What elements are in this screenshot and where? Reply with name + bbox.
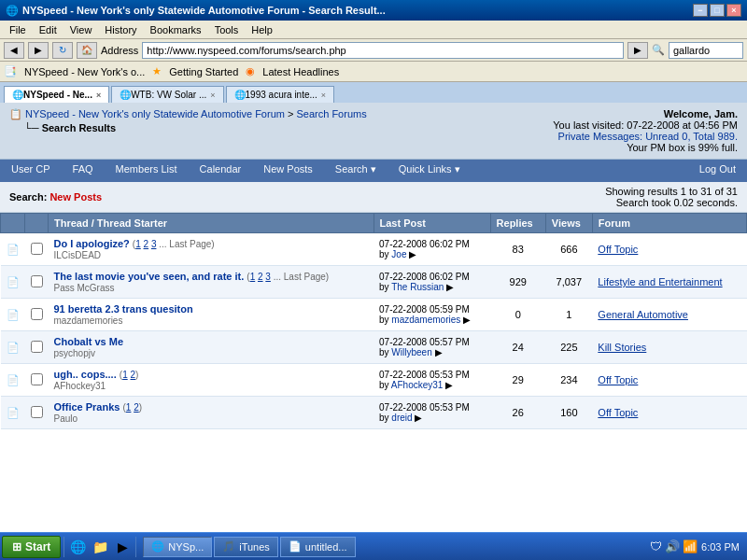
reload-button[interactable]: ↻ <box>52 42 73 59</box>
go-button[interactable]: ▶ <box>627 42 648 59</box>
menu-bookmarks[interactable]: Bookmarks <box>145 22 207 37</box>
nav-members-list[interactable]: Members List <box>105 160 189 182</box>
taskbar-app-untitled[interactable]: 📄 untitled... <box>280 537 356 557</box>
window-controls: − □ × <box>693 4 741 17</box>
nav-faq[interactable]: FAQ <box>62 160 105 182</box>
tab-2[interactable]: 🌐 1993 acura inte... × <box>226 86 335 103</box>
forum-link[interactable]: Off Topic <box>598 374 638 385</box>
taskbar-app-itunes-label: iTunes <box>239 541 270 553</box>
start-label: Start <box>25 540 50 553</box>
row-checkbox-cell <box>25 266 49 299</box>
tab-1[interactable]: 🌐 WTB: VW Solar ... × <box>111 86 223 103</box>
menu-edit[interactable]: Edit <box>34 22 63 37</box>
window-title: NYSpeed - New York's only Statewide Auto… <box>22 5 386 16</box>
last-post-author-link[interactable]: The Russian <box>391 282 444 292</box>
menu-file[interactable]: File <box>4 22 32 37</box>
nav-quick-links[interactable]: Quick Links ▾ <box>388 160 472 182</box>
menu-view[interactable]: View <box>64 22 98 37</box>
taskbar-divider-1 <box>63 537 64 557</box>
row-thread-cell: ugh.. cops.... (1 2) AFhockey31 <box>49 364 374 397</box>
col-last-post: Last Post <box>374 214 490 233</box>
thread-starter: AFhockey31 <box>54 381 106 391</box>
home-button[interactable]: 🏠 <box>77 42 97 59</box>
thread-link[interactable]: 91 beretta 2.3 trans quesiton <box>54 303 193 315</box>
thread-link[interactable]: Chobalt vs Me <box>54 336 124 347</box>
last-post-arrow: ▶ <box>435 347 443 357</box>
nav-calendar[interactable]: Calendar <box>189 160 253 182</box>
row-icon: 📄 <box>1 331 25 364</box>
col-thread: Thread / Thread Starter <box>49 214 374 233</box>
thread-link[interactable]: Do I apologize? <box>54 238 130 249</box>
tab-0-close[interactable]: × <box>96 91 101 100</box>
row-icon: 📄 <box>1 397 25 429</box>
row-forum: Lifestyle and Entertainment <box>592 266 746 299</box>
taskbar-app-nyspeed[interactable]: 🌐 NYSp... <box>143 537 212 557</box>
table-row: 📄 Office Pranks (1 2) Paulo 07-22-2008 0… <box>1 397 747 429</box>
search-input[interactable] <box>669 42 743 59</box>
tab-1-close[interactable]: × <box>210 91 215 100</box>
row-checkbox[interactable] <box>31 341 43 353</box>
bookmark-nyspeed[interactable]: NYSpeed - New York's o... <box>24 66 145 77</box>
row-checkbox[interactable] <box>31 308 43 320</box>
last-post-author-link[interactable]: AFhockey31 <box>391 380 444 390</box>
nav-search[interactable]: Search ▾ <box>324 160 388 182</box>
thread-link[interactable]: The last movie you've seen, and rate it. <box>54 271 245 282</box>
row-checkbox[interactable] <box>31 275 43 287</box>
forward-button[interactable]: ▶ <box>28 42 49 59</box>
nav-log-out[interactable]: Log Out <box>688 160 747 182</box>
taskbar-app-itunes[interactable]: 🎵 iTunes <box>214 537 278 557</box>
row-checkbox[interactable] <box>31 373 43 385</box>
last-post-author-link[interactable]: Willybeen <box>391 347 431 357</box>
forum-link[interactable]: Kill Stories <box>598 342 646 353</box>
breadcrumb-page-link[interactable]: Search Forums <box>296 108 366 119</box>
row-replies: 0 <box>490 299 545 331</box>
row-checkbox[interactable] <box>31 406 43 418</box>
back-button[interactable]: ◀ <box>4 42 24 59</box>
menu-history[interactable]: History <box>99 22 142 37</box>
thread-link[interactable]: Office Pranks <box>54 401 120 413</box>
menu-help[interactable]: Help <box>246 22 278 37</box>
ql-ie-icon[interactable]: 🌐 <box>67 537 88 557</box>
ql-media-icon[interactable]: ▶ <box>112 537 133 557</box>
address-input[interactable] <box>142 42 624 59</box>
row-last-post: 07-22-2008 05:53 PMby dreid ▶ <box>374 397 490 429</box>
close-button[interactable]: × <box>726 4 741 17</box>
user-info: Welcome, Jam. You last visited: 07-22-20… <box>553 108 738 153</box>
nav-new-posts[interactable]: New Posts <box>252 160 324 182</box>
search-label: Search: <box>9 191 47 203</box>
maximize-button[interactable]: □ <box>710 4 725 17</box>
clock: 6:03 PM <box>701 541 740 553</box>
breadcrumb-site-link[interactable]: NYSpeed - New York's only Statewide Auto… <box>25 108 285 119</box>
windows-logo: ⊞ <box>12 540 21 553</box>
forum-link[interactable]: Lifestyle and Entertainment <box>598 276 722 287</box>
browser-icon: 🌐 <box>6 5 19 17</box>
nav-user-cp[interactable]: User CP <box>0 160 62 182</box>
row-forum: General Automotive <box>592 299 746 331</box>
tab-0[interactable]: 🌐 NYSpeed - Ne... × <box>4 86 109 103</box>
bookmark-getting-started[interactable]: Getting Started <box>169 66 238 77</box>
forum-link[interactable]: Off Topic <box>598 407 638 418</box>
forum-link[interactable]: Off Topic <box>598 244 638 255</box>
last-post-author-link[interactable]: mazdamemories <box>391 315 460 325</box>
start-button[interactable]: ⊞ Start <box>2 536 61 558</box>
menu-tools[interactable]: Tools <box>209 22 245 37</box>
last-post-arrow: ▶ <box>446 282 454 292</box>
last-post-author-link[interactable]: Joe <box>391 249 406 259</box>
thread-link[interactable]: ugh.. cops.... <box>54 369 117 380</box>
taskbar-app-untitled-label: untitled... <box>305 541 347 553</box>
forum-link[interactable]: General Automotive <box>598 309 688 320</box>
private-messages-link[interactable]: Private Messages: Unread 0, Total 989. <box>558 131 738 142</box>
row-last-post: 07-22-2008 06:02 PMby Joe ▶ <box>374 233 490 266</box>
search-label-addr: 🔍 <box>652 44 665 56</box>
last-post-author-link[interactable]: dreid <box>391 413 412 423</box>
tab-2-close[interactable]: × <box>321 91 326 100</box>
minimize-button[interactable]: − <box>693 4 708 17</box>
bookmark-latest-headlines[interactable]: Latest Headlines <box>262 66 339 77</box>
tab-2-icon: 🌐 <box>234 90 246 100</box>
row-checkbox[interactable] <box>31 243 43 255</box>
taskbar-app-itunes-icon: 🎵 <box>222 540 235 553</box>
results-info: Showing results 1 to 31 of 31 <box>605 186 738 197</box>
bookmark-icon: 📑 <box>4 65 17 77</box>
taskbar-right: 🛡 🔊 📶 6:03 PM <box>644 539 745 553</box>
ql-folder-icon[interactable]: 📁 <box>90 537 110 557</box>
